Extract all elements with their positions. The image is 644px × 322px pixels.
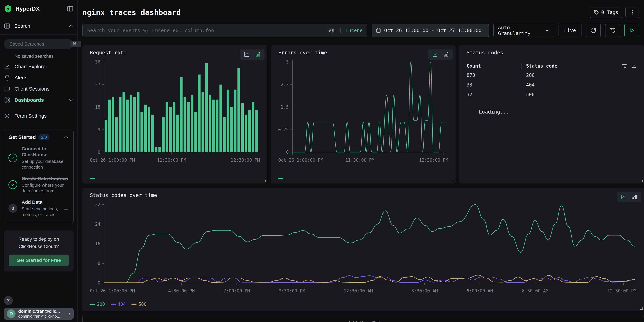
sidebar-item-dashboards[interactable]: Dashboards [4, 94, 74, 106]
cell-status-code: 500 [526, 92, 535, 97]
user-name: dominic.tran@clic... [18, 309, 60, 314]
app-name: HyperDX [16, 6, 40, 12]
errors-over-time-chart[interactable]: 00.751.52.33Oct 26 1:00:00 PM11:30:00 PM… [278, 57, 448, 167]
svg-text:32: 32 [95, 202, 100, 207]
sql-mode-toggle[interactable]: SQL [327, 28, 336, 33]
promo-text: Ready to deploy on ClickHouse Cloud? [9, 236, 68, 250]
main-content: nginx traces dashboard 0 Tags SQL | Luce… [78, 0, 644, 322]
svg-text:36: 36 [95, 60, 100, 64]
run-query-button[interactable] [624, 24, 639, 37]
sidebar-item-team-settings[interactable]: Team Settings [4, 110, 74, 122]
help-button[interactable]: ? [4, 296, 13, 305]
resize-handle[interactable] [452, 180, 454, 182]
chart-explorer-icon [4, 63, 10, 70]
status-table-rows: 8702003340432500 [466, 70, 636, 99]
chevron-down-icon [544, 28, 550, 33]
sidebar-collapse-button[interactable] [66, 5, 74, 12]
user-email: dominic.tran@clickho... [18, 314, 60, 319]
svg-text:3: 3 [286, 60, 289, 64]
text-wrap-icon[interactable] [622, 63, 627, 68]
table-row[interactable]: 33404 [466, 80, 636, 90]
svg-text:0: 0 [98, 280, 100, 286]
legend-item[interactable]: 404 [111, 302, 126, 307]
column-header-status-code[interactable]: Status code [526, 63, 622, 69]
sidebar-item-alerts[interactable]: Alerts [4, 72, 74, 83]
download-icon[interactable] [631, 63, 636, 68]
sidebar-item-chart-explorer[interactable]: Chart Explorer [4, 61, 74, 72]
cell-status-code: 200 [526, 72, 535, 78]
column-header-count[interactable]: Count [466, 63, 522, 69]
saved-searches-input-wrap: ⌘K [4, 39, 74, 49]
sidebar-item-search[interactable]: Search [4, 21, 74, 31]
table-row[interactable]: 870200 [466, 70, 636, 80]
add-new-tile-button[interactable]: + Add New Tile [82, 316, 644, 322]
toolbar: SQL | Lucene Oct 26 13:00:00 - Oct 27 13… [82, 24, 644, 37]
event-search-input[interactable] [87, 28, 324, 33]
filter-button[interactable] [605, 24, 620, 37]
granularity-select[interactable]: Auto Granularity [493, 24, 554, 37]
kebab-icon [630, 10, 635, 15]
panel-title: Request rate [90, 50, 260, 56]
time-range-picker[interactable]: Oct 26 13:00:00 - Oct 27 13:00:00 [372, 24, 489, 37]
get-started-step-1[interactable]: Connect to ClickHouse Set up your databa… [8, 146, 69, 170]
legend-label: 200 [97, 302, 105, 307]
panel-menu-button[interactable] [626, 7, 639, 18]
legend-dash [90, 178, 95, 179]
check-circle-icon [8, 180, 17, 189]
line-chart-toggle-icon[interactable] [620, 194, 626, 200]
resize-handle[interactable] [264, 180, 266, 182]
svg-text:1.5: 1.5 [281, 104, 289, 110]
lucene-mode-toggle[interactable]: Lucene [346, 28, 362, 33]
get-started-step-3[interactable]: 3 Add Data Start sending logs, metrics, … [8, 199, 69, 218]
svg-text:12:30:00 PM: 12:30:00 PM [607, 288, 636, 294]
resize-handle[interactable] [640, 308, 643, 310]
saved-searches-input[interactable] [10, 42, 70, 47]
logo-row: HyperDX [4, 0, 74, 18]
chevron-up-icon [68, 23, 74, 29]
request-rate-chart[interactable]: 09182736Oct 26 1:00:00 PM11:30:00 PM12:3… [90, 57, 260, 167]
bar-chart-toggle-icon[interactable] [632, 194, 638, 200]
line-chart-toggle-icon[interactable] [244, 51, 250, 58]
chart-type-toggle [240, 49, 264, 60]
dashboard-header: nginx traces dashboard 0 Tags [82, 7, 644, 18]
svg-text:0: 0 [98, 150, 100, 155]
search-section-icon [4, 23, 10, 30]
status-codes-over-time-chart[interactable]: 08162432Oct 26 1:00:00 PM4:30:00 PM7:00:… [90, 200, 636, 298]
get-started-progress-badge: 2/3 [38, 134, 50, 140]
step-title: Add Data [22, 199, 62, 205]
bar-chart-toggle-icon[interactable] [443, 51, 449, 58]
user-menu[interactable]: D dominic.tran@clic... dominic.tran@clic… [4, 308, 74, 320]
gear-icon [4, 112, 10, 119]
chevron-right-icon: › [68, 310, 70, 317]
table-row[interactable]: 32500 [466, 90, 636, 99]
event-search-wrap: SQL | Lucene [82, 24, 367, 37]
chevron-down-icon [68, 97, 74, 103]
get-started-step-2[interactable]: Create Data Sources Configure where your… [8, 176, 69, 194]
column-resize-handle[interactable] [522, 63, 522, 69]
chart-type-toggle [617, 192, 641, 202]
cell-count: 33 [466, 82, 526, 88]
svg-text:Oct 26 1:00:00 PM: Oct 26 1:00:00 PM [90, 288, 135, 294]
svg-text:12:30:00 PM: 12:30:00 PM [231, 158, 260, 163]
sidebar-divider [0, 34, 77, 35]
live-button[interactable]: Live [558, 24, 582, 37]
line-chart-toggle-icon[interactable] [432, 51, 438, 58]
svg-text:8: 8 [98, 261, 100, 266]
resize-handle[interactable] [640, 180, 643, 182]
legend-item[interactable]: 200 [90, 302, 105, 307]
legend-item[interactable]: 500 [132, 302, 146, 307]
svg-text:7:00:00 PM: 7:00:00 PM [224, 288, 250, 294]
bar-chart-toggle-icon[interactable] [255, 51, 261, 58]
panel-status-codes: Status codes Count Status code 870200334… [459, 45, 644, 184]
tags-button[interactable]: 0 Tags [590, 7, 622, 18]
chevron-up-icon [63, 134, 69, 140]
tag-icon [594, 10, 599, 15]
sidebar-item-client-sessions[interactable]: Client Sessions [4, 83, 74, 94]
dashboard-grid: Request rate 09182736Oct 26 1:00:00 PM11… [82, 45, 644, 322]
refresh-button[interactable] [586, 24, 601, 37]
status-table-header: Count Status code [466, 63, 636, 69]
get-started-free-button[interactable]: Get Started for Free [9, 254, 68, 266]
svg-text:11:30:00 PM: 11:30:00 PM [157, 158, 186, 163]
get-started-header[interactable]: Get Started 2/3 [8, 134, 69, 140]
calendar-icon [376, 28, 381, 33]
